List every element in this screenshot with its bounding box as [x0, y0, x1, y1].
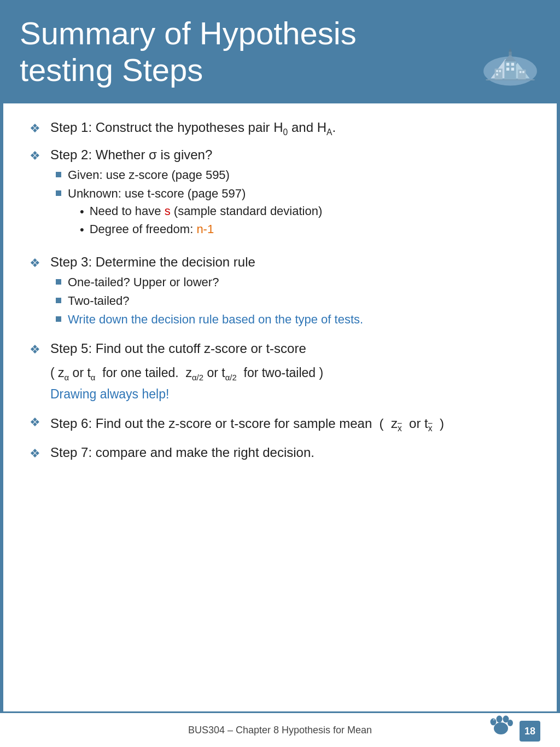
step3-sub3: Write down the decision rule based on th…: [56, 312, 530, 327]
diamond-icon-6: ❖: [30, 415, 40, 430]
svg-point-19: [494, 722, 508, 734]
svg-rect-16: [520, 71, 522, 73]
step3-text: Step 3: Determine the decision rule One-…: [50, 254, 530, 331]
page-footer: BUS304 – Chapter 8 Hypothesis for Mean 1…: [0, 711, 560, 747]
step7-item: ❖ Step 7: compare and make the right dec…: [30, 445, 530, 461]
blue-square-icon-3: [56, 279, 61, 285]
step3-sub2: Two-tailed?: [56, 294, 530, 308]
step2-bullet1-text: Need to have s (sample standard deviatio…: [90, 204, 323, 218]
bullet-icon-2: •: [80, 223, 84, 237]
step6-math: ( zx or tx ): [376, 416, 444, 431]
step1-text: Step 1: Construct the hypotheses pair H0…: [50, 120, 530, 137]
step2-item: ❖ Step 2: Whether σ is given? Given: use…: [30, 147, 530, 245]
s-highlight: s: [165, 204, 171, 218]
step2-sub2: Unknown: use t-score (page 597) • Need t…: [56, 187, 530, 240]
diamond-icon-3: ❖: [30, 256, 40, 270]
main-steps-list: ❖ Step 1: Construct the hypotheses pair …: [30, 120, 530, 460]
step2-bullet1: • Need to have s (sample standard deviat…: [80, 204, 322, 219]
step1-item: ❖ Step 1: Construct the hypotheses pair …: [30, 120, 530, 137]
page-title: Summary of Hypothesis testing Steps: [20, 15, 480, 88]
step3-sub3-text: Write down the decision rule based on th…: [68, 312, 363, 327]
step5-math-expr: ( zα or tα for one tailed. zα/2 or tα/2 …: [50, 366, 323, 380]
step2-text: Step 2: Whether σ is given? Given: use z…: [50, 147, 530, 245]
page-header: Summary of Hypothesis testing Steps: [0, 0, 560, 103]
step5-text: Step 5: Find out the cutoff z-score or t…: [50, 341, 530, 404]
step2-sub1: Given: use z-score (page 595): [56, 168, 530, 182]
step6-item: ❖ Step 6: Find out the z-score or t-scor…: [30, 414, 530, 435]
svg-rect-6: [506, 68, 509, 71]
step3-sub2-text: Two-tailed?: [68, 294, 130, 308]
content-area: ❖ Step 1: Construct the hypotheses pair …: [0, 103, 560, 711]
svg-point-24: [493, 719, 495, 721]
blue-square-icon: [56, 172, 61, 177]
step6-text: Step 6: Find out the z-score or t-score …: [50, 414, 530, 435]
step2-sub1-text: Given: use z-score (page 595): [68, 168, 230, 182]
step2-bullet2: • Degree of freedom: n-1: [80, 222, 322, 237]
diamond-icon-7: ❖: [30, 447, 40, 461]
svg-rect-5: [511, 63, 514, 66]
step3-sublist: One-tailed? Upper or lower? Two-tailed? …: [56, 275, 530, 327]
step3-sub1: One-tailed? Upper or lower?: [56, 275, 530, 289]
step2-bullet2-text: Degree of freedom: n-1: [90, 222, 214, 236]
bullet-icon-1: •: [80, 205, 84, 219]
svg-point-23: [508, 720, 513, 726]
diamond-icon-5: ❖: [30, 343, 40, 357]
svg-rect-9: [509, 52, 511, 56]
step2-sublist: Given: use z-score (page 595) Unknown: u…: [56, 168, 530, 240]
svg-rect-12: [496, 70, 498, 72]
step2-bullets: • Need to have s (sample standard deviat…: [80, 204, 322, 237]
svg-rect-17: [522, 71, 524, 73]
step2-sub2-content: Unknown: use t-score (page 597) • Need t…: [68, 187, 322, 240]
svg-point-21: [497, 716, 503, 723]
svg-rect-3: [504, 61, 516, 80]
header-logo-icon: [480, 44, 540, 88]
svg-rect-4: [506, 63, 509, 66]
svg-marker-10: [509, 48, 511, 51]
svg-rect-7: [511, 68, 514, 71]
step5-math: ( zα or tα for one tailed. zα/2 or tα/2 …: [50, 363, 530, 404]
svg-rect-11: [495, 69, 503, 80]
blue-square-icon-4: [56, 298, 61, 303]
blue-square-icon-5: [56, 316, 61, 322]
step3-sub1-text: One-tailed? Upper or lower?: [68, 275, 219, 289]
page-number-badge: 18: [520, 721, 540, 742]
diamond-icon-2: ❖: [30, 149, 40, 163]
svg-rect-14: [496, 74, 498, 76]
diamond-icon-1: ❖: [30, 121, 40, 136]
n1-highlight: n-1: [196, 222, 214, 236]
step5-item: ❖ Step 5: Find out the cutoff z-score or…: [30, 341, 530, 404]
paw-icon: [486, 709, 516, 744]
drawing-help-text: Drawing always help!: [50, 387, 169, 401]
footer-text: BUS304 – Chapter 8 Hypothesis for Mean: [188, 725, 372, 736]
blue-square-icon-2: [56, 190, 61, 196]
step3-item: ❖ Step 3: Determine the decision rule On…: [30, 254, 530, 331]
svg-rect-15: [518, 70, 526, 80]
step7-text: Step 7: compare and make the right decis…: [50, 445, 530, 460]
svg-rect-13: [499, 70, 501, 72]
